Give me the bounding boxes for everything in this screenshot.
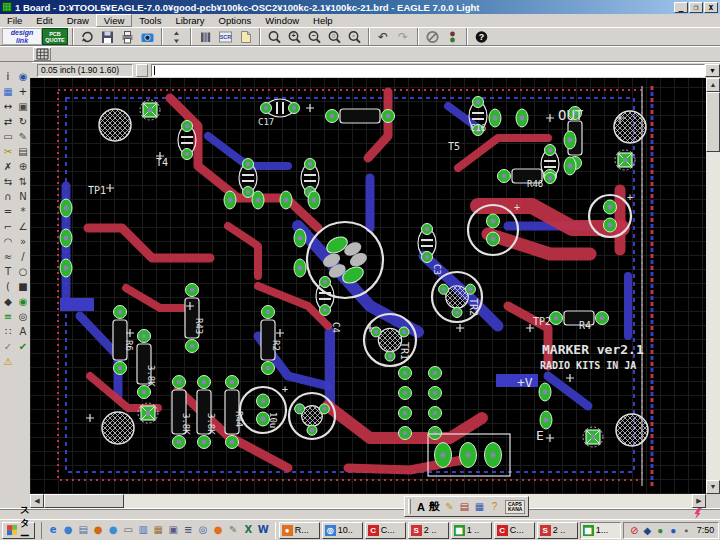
scroll-right-button[interactable]: ▶: [692, 494, 706, 508]
ratsnest-tool[interactable]: ∷: [1, 325, 15, 339]
move-tool[interactable]: ↔: [1, 100, 15, 114]
forbidden-icon[interactable]: ⊘: [628, 524, 641, 537]
info-tool[interactable]: i: [1, 70, 15, 84]
group-tool[interactable]: ▭: [1, 130, 15, 144]
menu-item-file[interactable]: File: [0, 14, 29, 27]
documents-icon[interactable]: ▥: [136, 523, 151, 537]
taskbar-button-firefox-0[interactable]: ●R...: [279, 522, 320, 539]
rect-tool[interactable]: ■: [16, 280, 30, 294]
ie-icon[interactable]: e: [46, 523, 61, 537]
auto-tool[interactable]: A: [16, 325, 30, 339]
close-button[interactable]: x: [704, 2, 718, 13]
circle-tool[interactable]: ○: [16, 265, 30, 279]
hole-tool[interactable]: ◎: [16, 310, 30, 324]
taskbar-button-eagle-2[interactable]: CC...: [365, 522, 406, 539]
taskbar-button-eagle-5[interactable]: CC...: [494, 522, 535, 539]
security-shield-icon[interactable]: ◆: [641, 524, 654, 537]
arc-tool[interactable]: (: [1, 280, 15, 294]
menu-item-options[interactable]: Options: [212, 14, 259, 27]
delete-tool[interactable]: ✗: [1, 160, 15, 174]
replace-tool[interactable]: ⇅: [16, 175, 30, 189]
horizontal-scroll-thumb[interactable]: [44, 494, 124, 508]
update-icon[interactable]: ●: [654, 524, 667, 537]
media-player-icon[interactable]: ●: [91, 523, 106, 537]
zoom-in-button[interactable]: +: [284, 28, 304, 45]
scroll-down-button[interactable]: ▼: [706, 480, 720, 494]
stop-button[interactable]: [422, 28, 442, 45]
ime-grip[interactable]: [408, 499, 411, 514]
ime-dictionary-icon[interactable]: ▤: [458, 500, 471, 513]
name-tool[interactable]: N: [16, 190, 30, 204]
grid-button[interactable]: [33, 47, 51, 61]
print-button[interactable]: [117, 28, 137, 45]
command-input[interactable]: [151, 64, 705, 77]
ime-conversion-mode[interactable]: 般: [429, 499, 440, 514]
display-settings-icon[interactable]: ▪: [680, 524, 693, 537]
menu-item-edit[interactable]: Edit: [29, 14, 59, 27]
display-tool[interactable]: ▦: [1, 85, 15, 99]
ime-pen-icon[interactable]: ✎: [443, 500, 456, 513]
zoom-redraw-button[interactable]: ○: [324, 28, 344, 45]
title-bar[interactable]: 1 Board - D:¥TOOL5¥EAGLE-7.0.0¥good-pcb¥…: [0, 0, 720, 14]
scroll-left-button[interactable]: ◀: [30, 494, 44, 508]
window-icon[interactable]: ▭: [121, 523, 136, 537]
taskbar-button-board-4[interactable]: ▦1 ..: [451, 522, 492, 539]
ime-status-icon[interactable]: ●: [667, 524, 680, 537]
horizontal-scrollbar[interactable]: ◀ ▶: [30, 494, 706, 508]
menu-item-view[interactable]: View: [96, 14, 132, 27]
word-icon[interactable]: W: [256, 523, 271, 537]
board-canvas[interactable]: +++OUTMARKER ver2.1RADIO KITS IN JA+VETP…: [30, 78, 706, 494]
text-tool[interactable]: T: [1, 265, 15, 279]
erc-tool[interactable]: ✓: [1, 340, 15, 354]
show-desktop-icon[interactable]: ▤: [76, 523, 91, 537]
ime-help-icon[interactable]: ?: [488, 500, 501, 513]
pictures-icon[interactable]: ▦: [151, 523, 166, 537]
signal-tool[interactable]: ≡: [1, 310, 15, 324]
iis-icon[interactable]: ≡: [181, 523, 196, 537]
paste-tool[interactable]: ▤: [16, 145, 30, 159]
ime-input-mode[interactable]: A: [417, 501, 425, 513]
quicktime-icon[interactable]: ●: [106, 523, 121, 537]
pcb-quote-button[interactable]: PCBQUOTE: [42, 28, 68, 45]
pinswap-tool[interactable]: ⇆: [1, 175, 15, 189]
menu-item-help[interactable]: Help: [306, 14, 340, 27]
firefox-icon[interactable]: ●: [211, 523, 226, 537]
wire-tool[interactable]: /: [16, 250, 30, 264]
help-button[interactable]: ?: [471, 28, 491, 45]
taskbar-button-board-7[interactable]: ▦1...: [580, 522, 621, 539]
start-button[interactable]: スタート: [2, 522, 35, 539]
minimize-button[interactable]: _: [674, 2, 688, 13]
restore-button[interactable]: ❐: [689, 2, 703, 13]
menu-item-library[interactable]: Library: [168, 14, 211, 27]
design-link-button[interactable]: designlink: [2, 28, 42, 45]
excel-icon[interactable]: X: [241, 523, 256, 537]
drc-tool[interactable]: ✔: [16, 340, 30, 354]
scroll-up-button[interactable]: ▲: [706, 78, 720, 92]
split-tool[interactable]: ∠: [16, 220, 30, 234]
add-tool[interactable]: ⊕: [16, 160, 30, 174]
taskbar-button-schematic-3[interactable]: S2 ..: [408, 522, 449, 539]
optimize-tool[interactable]: ◠: [1, 235, 15, 249]
route-tool[interactable]: »: [16, 235, 30, 249]
ripup-tool[interactable]: ≈: [1, 250, 15, 264]
redo-button[interactable]: ↷: [393, 28, 413, 45]
show-tool[interactable]: ◉: [16, 70, 30, 84]
cut-tool[interactable]: ✂: [1, 145, 15, 159]
open-button[interactable]: [77, 28, 97, 45]
rotate-tool[interactable]: ↻: [16, 115, 30, 129]
cam-processor-button[interactable]: [137, 28, 157, 45]
ime-pad-icon[interactable]: ▦: [473, 500, 486, 513]
via-tool[interactable]: ◉: [16, 295, 30, 309]
lock-tool[interactable]: ∩: [1, 190, 15, 204]
run-ulp-button[interactable]: [235, 28, 255, 45]
change-tool[interactable]: ✎: [16, 130, 30, 144]
ime-caps-kana[interactable]: CAPS KANA: [505, 500, 525, 514]
vertical-scrollbar[interactable]: ▲ ▼: [706, 78, 720, 494]
messenger-icon[interactable]: ●: [61, 523, 76, 537]
script-button[interactable]: SCR: [215, 28, 235, 45]
taskbar-button-schematic-6[interactable]: S2 ..: [537, 522, 578, 539]
undo-button[interactable]: ↶: [373, 28, 393, 45]
miter-tool[interactable]: ⌐: [1, 220, 15, 234]
network-icon[interactable]: ◎: [196, 523, 211, 537]
go-button[interactable]: [442, 28, 462, 45]
